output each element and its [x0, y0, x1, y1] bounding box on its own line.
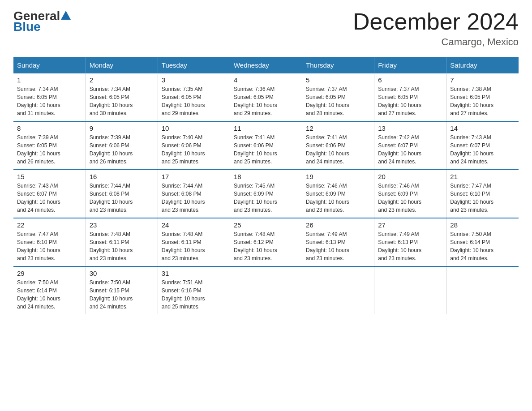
day-info: Sunrise: 7:44 AM Sunset: 6:08 PM Dayligh…	[162, 182, 226, 214]
calendar-table: SundayMondayTuesdayWednesdayThursdayFrid…	[13, 57, 519, 314]
day-info: Sunrise: 7:44 AM Sunset: 6:08 PM Dayligh…	[90, 182, 154, 214]
calendar-cell: 2 Sunrise: 7:34 AM Sunset: 6:05 PM Dayli…	[86, 73, 158, 121]
day-number: 30	[90, 270, 154, 277]
calendar-cell: 10 Sunrise: 7:40 AM Sunset: 6:06 PM Dayl…	[158, 121, 230, 170]
calendar-cell: 23 Sunrise: 7:48 AM Sunset: 6:11 PM Dayl…	[86, 218, 158, 266]
page-header: General Blue December 2024 Camargo, Mexi…	[13, 9, 519, 48]
weekday-header-saturday: Saturday	[446, 57, 519, 73]
day-info: Sunrise: 7:50 AM Sunset: 6:14 PM Dayligh…	[450, 230, 515, 262]
calendar-cell: 20 Sunrise: 7:46 AM Sunset: 6:09 PM Dayl…	[374, 170, 446, 218]
calendar-cell: 9 Sunrise: 7:39 AM Sunset: 6:06 PM Dayli…	[86, 121, 158, 170]
svg-marker-0	[61, 11, 71, 20]
day-number: 15	[17, 173, 82, 180]
calendar-cell: 14 Sunrise: 7:43 AM Sunset: 6:07 PM Dayl…	[446, 121, 519, 170]
calendar-cell: 27 Sunrise: 7:49 AM Sunset: 6:13 PM Dayl…	[374, 218, 446, 266]
day-info: Sunrise: 7:34 AM Sunset: 6:05 PM Dayligh…	[17, 85, 82, 117]
day-number: 5	[306, 76, 370, 84]
day-number: 18	[234, 173, 298, 180]
day-number: 2	[90, 76, 154, 84]
calendar-week-row: 1 Sunrise: 7:34 AM Sunset: 6:05 PM Dayli…	[13, 73, 519, 121]
calendar-cell: 12 Sunrise: 7:41 AM Sunset: 6:06 PM Dayl…	[302, 121, 374, 170]
calendar-cell: 26 Sunrise: 7:49 AM Sunset: 6:13 PM Dayl…	[302, 218, 374, 266]
calendar-week-row: 22 Sunrise: 7:47 AM Sunset: 6:10 PM Dayl…	[13, 218, 519, 266]
day-info: Sunrise: 7:37 AM Sunset: 6:05 PM Dayligh…	[306, 85, 370, 117]
day-info: Sunrise: 7:46 AM Sunset: 6:09 PM Dayligh…	[378, 182, 442, 214]
calendar-cell	[302, 266, 374, 314]
page-title: December 2024	[353, 9, 519, 34]
day-number: 22	[17, 221, 82, 229]
weekday-header-tuesday: Tuesday	[158, 57, 230, 73]
calendar-cell: 19 Sunrise: 7:46 AM Sunset: 6:09 PM Dayl…	[302, 170, 374, 218]
day-number: 23	[90, 221, 154, 229]
title-block: December 2024 Camargo, Mexico	[353, 9, 519, 48]
weekday-header-sunday: Sunday	[13, 57, 86, 73]
day-number: 20	[378, 173, 442, 180]
day-number: 8	[17, 124, 82, 132]
weekday-header-row: SundayMondayTuesdayWednesdayThursdayFrid…	[13, 57, 519, 73]
calendar-week-row: 29 Sunrise: 7:50 AM Sunset: 6:14 PM Dayl…	[13, 266, 519, 314]
day-info: Sunrise: 7:50 AM Sunset: 6:14 PM Dayligh…	[17, 278, 82, 311]
day-info: Sunrise: 7:47 AM Sunset: 6:10 PM Dayligh…	[450, 182, 515, 214]
day-info: Sunrise: 7:35 AM Sunset: 6:05 PM Dayligh…	[162, 85, 226, 117]
weekday-header-thursday: Thursday	[302, 57, 374, 73]
day-info: Sunrise: 7:49 AM Sunset: 6:13 PM Dayligh…	[306, 230, 370, 262]
calendar-cell: 15 Sunrise: 7:43 AM Sunset: 6:07 PM Dayl…	[13, 170, 86, 218]
day-number: 17	[162, 173, 226, 180]
calendar-cell: 16 Sunrise: 7:44 AM Sunset: 6:08 PM Dayl…	[86, 170, 158, 218]
day-number: 9	[90, 124, 154, 132]
calendar-cell: 21 Sunrise: 7:47 AM Sunset: 6:10 PM Dayl…	[446, 170, 519, 218]
calendar-cell: 8 Sunrise: 7:39 AM Sunset: 6:05 PM Dayli…	[13, 121, 86, 170]
day-info: Sunrise: 7:45 AM Sunset: 6:09 PM Dayligh…	[234, 182, 298, 214]
calendar-cell: 30 Sunrise: 7:50 AM Sunset: 6:15 PM Dayl…	[86, 266, 158, 314]
calendar-cell: 25 Sunrise: 7:48 AM Sunset: 6:12 PM Dayl…	[230, 218, 302, 266]
logo: General Blue	[13, 9, 71, 34]
day-number: 21	[450, 173, 515, 180]
calendar-cell: 18 Sunrise: 7:45 AM Sunset: 6:09 PM Dayl…	[230, 170, 302, 218]
day-info: Sunrise: 7:48 AM Sunset: 6:11 PM Dayligh…	[162, 230, 226, 262]
calendar-cell	[446, 266, 519, 314]
day-number: 31	[162, 270, 226, 277]
calendar-cell: 1 Sunrise: 7:34 AM Sunset: 6:05 PM Dayli…	[13, 73, 86, 121]
calendar-cell: 4 Sunrise: 7:36 AM Sunset: 6:05 PM Dayli…	[230, 73, 302, 121]
calendar-cell	[230, 266, 302, 314]
calendar-cell: 28 Sunrise: 7:50 AM Sunset: 6:14 PM Dayl…	[446, 218, 519, 266]
day-info: Sunrise: 7:47 AM Sunset: 6:10 PM Dayligh…	[17, 230, 82, 262]
day-info: Sunrise: 7:36 AM Sunset: 6:05 PM Dayligh…	[234, 85, 298, 117]
day-info: Sunrise: 7:34 AM Sunset: 6:05 PM Dayligh…	[90, 85, 154, 117]
day-number: 29	[17, 270, 82, 277]
calendar-cell	[374, 266, 446, 314]
calendar-cell: 3 Sunrise: 7:35 AM Sunset: 6:05 PM Dayli…	[158, 73, 230, 121]
day-info: Sunrise: 7:48 AM Sunset: 6:12 PM Dayligh…	[234, 230, 298, 262]
day-number: 13	[378, 124, 442, 132]
weekday-header-monday: Monday	[86, 57, 158, 73]
day-info: Sunrise: 7:39 AM Sunset: 6:06 PM Dayligh…	[90, 133, 154, 166]
day-info: Sunrise: 7:48 AM Sunset: 6:11 PM Dayligh…	[90, 230, 154, 262]
day-number: 14	[450, 124, 515, 132]
day-info: Sunrise: 7:42 AM Sunset: 6:07 PM Dayligh…	[378, 133, 442, 166]
day-info: Sunrise: 7:41 AM Sunset: 6:06 PM Dayligh…	[234, 133, 298, 166]
day-number: 10	[162, 124, 226, 132]
day-number: 25	[234, 221, 298, 229]
calendar-cell: 6 Sunrise: 7:37 AM Sunset: 6:05 PM Dayli…	[374, 73, 446, 121]
logo-triangle-icon	[61, 10, 71, 20]
calendar-week-row: 8 Sunrise: 7:39 AM Sunset: 6:05 PM Dayli…	[13, 121, 519, 170]
day-number: 27	[378, 221, 442, 229]
calendar-cell: 29 Sunrise: 7:50 AM Sunset: 6:14 PM Dayl…	[13, 266, 86, 314]
day-info: Sunrise: 7:41 AM Sunset: 6:06 PM Dayligh…	[306, 133, 370, 166]
subtitle: Camargo, Mexico	[353, 36, 519, 48]
day-number: 7	[450, 76, 515, 84]
calendar-cell: 17 Sunrise: 7:44 AM Sunset: 6:08 PM Dayl…	[158, 170, 230, 218]
day-number: 28	[450, 221, 515, 229]
calendar-cell: 7 Sunrise: 7:38 AM Sunset: 6:05 PM Dayli…	[446, 73, 519, 121]
day-number: 11	[234, 124, 298, 132]
day-info: Sunrise: 7:46 AM Sunset: 6:09 PM Dayligh…	[306, 182, 370, 214]
calendar-cell: 5 Sunrise: 7:37 AM Sunset: 6:05 PM Dayli…	[302, 73, 374, 121]
day-info: Sunrise: 7:43 AM Sunset: 6:07 PM Dayligh…	[17, 182, 82, 214]
day-number: 4	[234, 76, 298, 84]
day-info: Sunrise: 7:50 AM Sunset: 6:15 PM Dayligh…	[90, 278, 154, 311]
day-info: Sunrise: 7:37 AM Sunset: 6:05 PM Dayligh…	[378, 85, 442, 117]
day-number: 1	[17, 76, 82, 84]
calendar-cell: 24 Sunrise: 7:48 AM Sunset: 6:11 PM Dayl…	[158, 218, 230, 266]
calendar-week-row: 15 Sunrise: 7:43 AM Sunset: 6:07 PM Dayl…	[13, 170, 519, 218]
day-number: 19	[306, 173, 370, 180]
